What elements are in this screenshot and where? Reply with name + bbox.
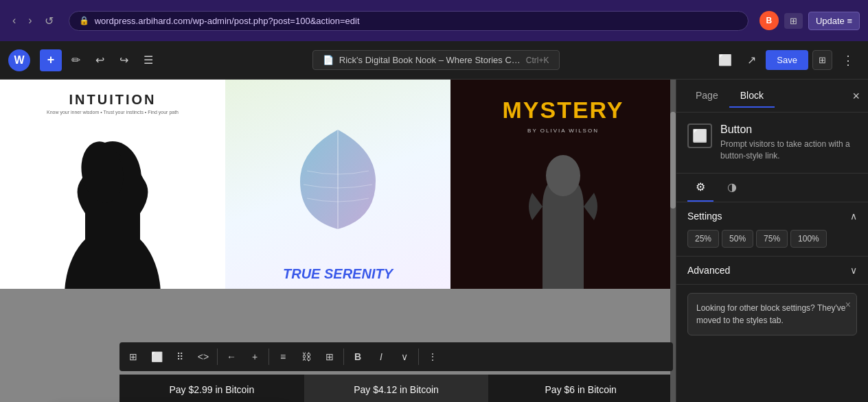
browser-chrome: ‹ › ↺ 🔒 wordpress.arbihard.com/wp-admin/… (0, 0, 868, 41)
tab-block[interactable]: Block (729, 84, 775, 108)
document-title-button[interactable]: 📄 Rick's Digital Book Nook – Where Stori… (312, 50, 560, 70)
settings-header[interactable]: Settings ∧ (687, 211, 857, 222)
settings-icon-tab-contrast[interactable]: ◑ (719, 174, 745, 202)
block-info: ⬜ Button Prompt visitors to take action … (676, 113, 868, 174)
align-left-button[interactable]: ← (220, 346, 242, 368)
brave-icon: B (760, 11, 779, 30)
block-name: Button (720, 123, 857, 136)
browser-actions: B ⊞ Update ≡ (760, 11, 860, 30)
scroll-thumb[interactable] (670, 112, 676, 209)
wp-toolbar: W + ✏ ↩ ↪ ☰ 📄 Rick's Digital Book Nook –… (0, 41, 868, 80)
intuition-subtitle: Know your inner wisdom • Trust your inst… (0, 110, 225, 115)
btc-buttons-row: Pay $2.99 in Bitcoin Pay $4.12 in Bitcoi… (119, 375, 673, 402)
block-toolbar: ⊞ ⬜ ⠿ <> ← + ≡ ⛓ ⊞ B I ∨ ⋮ (119, 342, 673, 371)
mystery-figure-svg (450, 138, 676, 289)
address-bar[interactable]: 🔒 wordpress.arbihard.com/wp-admin/post.p… (69, 11, 749, 31)
mystery-author: BY OLIVIA WILSON (450, 128, 676, 134)
advanced-section: Advanced ∨ (676, 257, 868, 285)
block-info-header: ⬜ Button Prompt visitors to take action … (687, 123, 857, 162)
button-icon: ⬜ (692, 128, 707, 143)
update-button[interactable]: Update ≡ (808, 12, 860, 30)
save-button[interactable]: Save (766, 50, 808, 70)
nav-buttons: ‹ › ↺ (8, 12, 58, 30)
content-area: INTUITION Know your inner wisdom • Trust… (0, 80, 676, 402)
serenity-leaf-svg (293, 123, 382, 233)
doc-icon: 📄 (323, 55, 334, 65)
more-options-block-button[interactable]: ⋮ (422, 346, 444, 368)
notification-box: Looking for other block settings? They'v… (687, 293, 857, 335)
reload-button[interactable]: ↺ (41, 12, 58, 30)
btc-button-2[interactable]: Pay $4.12 in Bitcoin (304, 375, 489, 402)
italic-button[interactable]: I (370, 346, 392, 368)
advanced-title: Advanced (687, 265, 730, 276)
block-description: Prompt visitors to take action with a bu… (720, 139, 857, 162)
redo-button[interactable]: ↪ (114, 49, 134, 71)
settings-icon-tabs: ⚙ ◑ (676, 174, 868, 202)
intuition-title: INTUITION (0, 92, 225, 108)
tab-page[interactable]: Page (685, 84, 729, 108)
main-layout: INTUITION Know your inner wisdom • Trust… (0, 80, 868, 402)
add-block-button[interactable]: + (40, 49, 62, 71)
panel-toggle-button[interactable]: ⊞ (812, 50, 832, 70)
panel-tabs: Page Block × (676, 80, 868, 113)
align-button[interactable]: ⊞ (319, 346, 341, 368)
justify-button[interactable]: ≡ (272, 346, 294, 368)
svg-point-3 (546, 155, 580, 196)
external-button[interactable]: ↗ (742, 49, 762, 71)
panel-close-button[interactable]: × (852, 88, 860, 103)
toolbar-divider-2 (269, 348, 269, 365)
forward-button[interactable]: › (24, 12, 36, 29)
advanced-expand-icon: ∨ (850, 265, 857, 276)
block-code-button[interactable]: <> (192, 346, 214, 368)
serenity-title: TRUE SERENITY (225, 266, 450, 282)
right-panel: Page Block × ⬜ Button Prompt visitors to… (676, 80, 868, 402)
extensions-button[interactable]: ⊞ (784, 13, 803, 29)
toolbar-right: ⬜ ↗ Save ⊞ ⋮ (713, 49, 860, 72)
notification-text: Looking for other block settings? They'v… (696, 302, 848, 327)
settings-collapse-icon: ∧ (850, 211, 857, 222)
keyboard-shortcut: Ctrl+K (526, 56, 549, 65)
btc-button-1[interactable]: Pay $2.99 in Bitcoin (119, 375, 304, 402)
link-button[interactable]: ⛓ (295, 346, 317, 368)
add-button[interactable]: + (244, 346, 266, 368)
settings-title: Settings (687, 211, 722, 222)
advanced-header[interactable]: Advanced ∨ (687, 265, 857, 276)
block-embed-button[interactable]: ⬜ (146, 346, 168, 368)
more-rich-button[interactable]: ∨ (393, 346, 415, 368)
book-cover-serenity: TRUE SERENITY (225, 80, 450, 289)
address-text: wordpress.arbihard.com/wp-admin/post.php… (95, 16, 360, 26)
size-25-button[interactable]: 25% (687, 230, 719, 248)
toolbar-divider-3 (343, 348, 344, 365)
back-button[interactable]: ‹ (8, 12, 20, 29)
bold-button[interactable]: B (347, 346, 369, 368)
wp-logo: W (8, 49, 30, 71)
notification-close-button[interactable]: × (845, 299, 851, 310)
list-view-button[interactable]: ☰ (138, 49, 159, 71)
doc-title: Rick's Digital Book Nook – Where Stories… (339, 55, 521, 65)
silhouette-svg (0, 138, 225, 289)
block-details: Button Prompt visitors to take action wi… (720, 123, 857, 162)
btc-button-3[interactable]: Pay $6 in Bitcoin (488, 375, 673, 402)
settings-icon-tab-gear[interactable]: ⚙ (687, 174, 713, 202)
undo-button[interactable]: ↩ (90, 49, 110, 71)
block-drag-button[interactable]: ⠿ (169, 346, 191, 368)
toolbar-divider-1 (217, 348, 218, 365)
settings-section: Settings ∧ 25% 50% 75% 100% (676, 202, 868, 257)
mystery-title: MYSTERY (450, 97, 676, 123)
book-cover-intuition: INTUITION Know your inner wisdom • Trust… (0, 80, 225, 289)
title-area: 📄 Rick's Digital Book Nook – Where Stori… (163, 50, 709, 70)
tools-button[interactable]: ✏ (66, 49, 86, 71)
preview-button[interactable]: ⬜ (713, 49, 738, 71)
block-type-button[interactable]: ⊞ (122, 346, 144, 368)
size-50-button[interactable]: 50% (722, 230, 753, 248)
more-options-button[interactable]: ⋮ (836, 49, 860, 72)
size-options: 25% 50% 75% 100% (687, 230, 857, 248)
size-100-button[interactable]: 100% (790, 230, 827, 248)
lock-icon: 🔒 (79, 16, 89, 25)
book-cover-mystery: MYSTERY BY OLIVIA WILSON (450, 80, 676, 289)
toolbar-divider-4 (418, 348, 419, 365)
size-75-button[interactable]: 75% (756, 230, 788, 248)
block-icon-box: ⬜ (687, 123, 712, 148)
